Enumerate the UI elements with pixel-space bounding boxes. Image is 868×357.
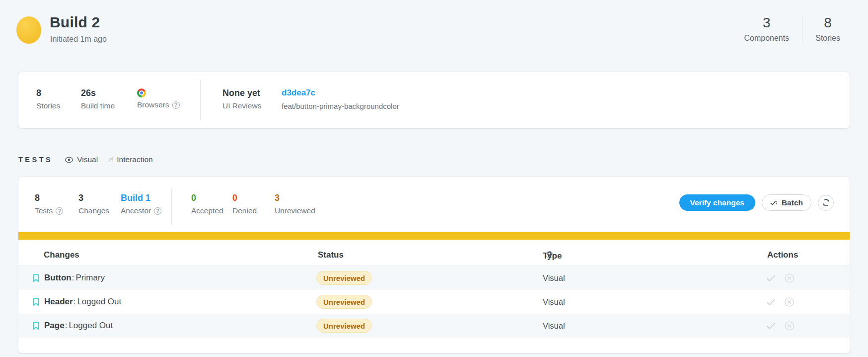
commit-hash-link[interactable]: d3dea7c — [282, 88, 399, 98]
ancestor-build-link[interactable]: Build 1 — [121, 192, 161, 203]
verify-changes-button[interactable]: Verify changes — [679, 194, 755, 211]
check-icon — [766, 274, 776, 282]
tests-count-label: Tests? — [35, 206, 63, 215]
table-header: Changes Status Type? Actions — [18, 249, 850, 266]
components-stat: 3 Components — [731, 14, 802, 43]
column-header-status: Status — [318, 250, 344, 260]
accepted-block: 0 Accepted — [191, 192, 223, 215]
build-status-avatar — [16, 16, 41, 44]
tests-card: 8 Tests? 3 Changes Build 1 Ancestor? 0 A… — [18, 177, 850, 353]
components-count: 3 — [744, 14, 789, 32]
deny-button[interactable] — [784, 273, 795, 283]
unreviewed-label: Unreviewed — [275, 206, 315, 215]
refresh-button[interactable] — [818, 195, 834, 211]
change-name-cell: Button:Primary — [33, 266, 105, 290]
commit-branch: feat/button-primay-backgroundcolor — [282, 102, 399, 110]
batch-check-icon — [770, 199, 778, 206]
check-icon — [766, 298, 776, 306]
name-separator: : — [65, 321, 68, 331]
ancestor-help-icon[interactable]: ? — [154, 207, 161, 215]
tests-actions: Verify changes Batch — [679, 194, 834, 211]
ancestor-block: Build 1 Ancestor? — [121, 192, 161, 215]
table-row[interactable]: Button:Primary Unreviewed Visual — [18, 266, 850, 290]
change-type: Visual — [543, 314, 565, 338]
build-initiated-time: Initiated 1m ago — [50, 35, 107, 44]
card-divider — [200, 80, 201, 120]
changes-table-body: Button:Primary Unreviewed Visual — [18, 266, 850, 338]
component-name: Page — [44, 321, 65, 331]
circle-x-icon — [784, 321, 795, 331]
status-badge: Unreviewed — [316, 319, 372, 333]
accept-button[interactable] — [766, 298, 776, 306]
stories-stat: 8 Stories — [802, 14, 853, 43]
denied-block: 0 Denied — [232, 192, 257, 215]
summary-divider — [171, 189, 172, 225]
refresh-icon — [822, 198, 830, 207]
deny-button[interactable] — [784, 297, 795, 307]
stories-label: Stories — [815, 34, 840, 43]
deny-button[interactable] — [784, 321, 795, 331]
changes-count-label: Changes — [78, 206, 109, 215]
check-icon — [766, 322, 776, 330]
tab-interaction[interactable]: ☝ Interaction — [109, 155, 153, 164]
ancestor-label: Ancestor? — [121, 206, 161, 215]
batch-button-label: Batch — [782, 198, 803, 207]
change-name-cell: Page:Logged Out — [33, 314, 113, 338]
build-time-label: Build time — [81, 101, 115, 110]
story-name: Primary — [76, 273, 105, 283]
name-separator: : — [72, 273, 74, 283]
table-row[interactable]: Header:Logged Out Unreviewed Visual — [18, 290, 850, 314]
status-badge: Unreviewed — [316, 271, 372, 285]
build-summary-card: 8 Stories 26s Build time Browsers? None … — [18, 72, 850, 128]
tests-count: 8 — [35, 192, 63, 203]
component-name: Button — [44, 273, 72, 283]
denied-label: Denied — [232, 206, 257, 215]
circle-x-icon — [784, 273, 795, 283]
tests-heading: TESTS — [18, 156, 53, 164]
change-type: Visual — [543, 290, 565, 314]
bookmark-icon — [33, 298, 39, 306]
changes-count-block: 3 Changes — [78, 192, 109, 215]
components-label: Components — [744, 34, 789, 43]
ui-reviews-label: UI Reviews — [222, 101, 261, 110]
browsers-stat-block: Browsers? — [137, 88, 180, 109]
bookmark-icon — [33, 322, 39, 330]
change-type: Visual — [543, 266, 565, 290]
changes-count: 3 — [78, 192, 109, 203]
row-actions — [766, 314, 795, 338]
build-time-value: 26s — [81, 88, 115, 98]
bookmark-icon — [33, 274, 39, 282]
column-header-actions: Actions — [767, 250, 798, 260]
name-separator: : — [73, 297, 76, 307]
table-row[interactable]: Page:Logged Out Unreviewed Visual — [18, 314, 850, 338]
browsers-help-icon[interactable]: ? — [172, 101, 180, 109]
type-help-icon[interactable]: ? — [546, 251, 553, 259]
accept-button[interactable] — [766, 274, 776, 282]
header-stats: 3 Components 8 Stories — [731, 14, 853, 43]
row-actions — [766, 266, 795, 290]
change-name-cell: Header:Logged Out — [33, 290, 121, 314]
chrome-icon — [137, 89, 146, 97]
commit-block: d3dea7c feat/button-primay-backgroundcol… — [282, 88, 399, 110]
stories-value: 8 — [36, 88, 60, 98]
denied-count: 0 — [232, 192, 257, 203]
build-progress-bar — [18, 232, 850, 240]
stories-stat-label: Stories — [36, 101, 60, 110]
tab-interaction-label: Interaction — [117, 155, 152, 164]
component-name: Header — [44, 297, 73, 307]
tab-visual[interactable]: Visual — [65, 155, 98, 164]
tests-help-icon[interactable]: ? — [56, 207, 63, 215]
unreviewed-block: 3 Unreviewed — [275, 192, 315, 215]
ui-reviews-value: None yet — [222, 88, 261, 98]
page-title: Build 2 — [50, 14, 100, 31]
pointer-icon: ☝ — [109, 156, 113, 164]
accept-button[interactable] — [766, 322, 776, 330]
column-header-changes: Changes — [44, 250, 79, 260]
row-actions — [766, 290, 795, 314]
tests-count-block: 8 Tests? — [35, 192, 63, 215]
story-name: Logged Out — [69, 321, 113, 331]
batch-button[interactable]: Batch — [762, 194, 811, 211]
tests-heading-row: TESTS Visual ☝ Interaction — [18, 155, 164, 164]
build-page: Build 2 Initiated 1m ago 3 Components 8 … — [0, 0, 868, 357]
status-badge: Unreviewed — [316, 295, 372, 309]
